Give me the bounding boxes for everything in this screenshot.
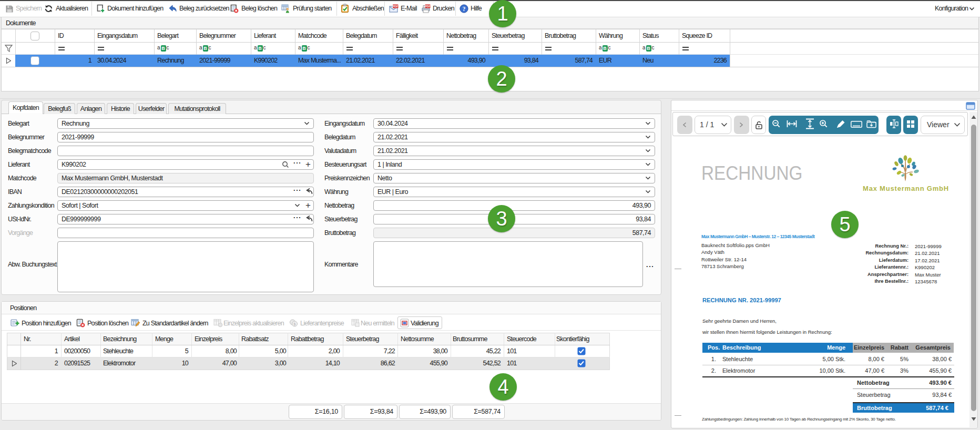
svg-text:PDF: PDF bbox=[425, 5, 431, 8]
svg-text:?: ? bbox=[463, 6, 466, 12]
svg-text:PDF: PDF bbox=[393, 5, 399, 8]
svg-text:$: $ bbox=[294, 322, 296, 326]
